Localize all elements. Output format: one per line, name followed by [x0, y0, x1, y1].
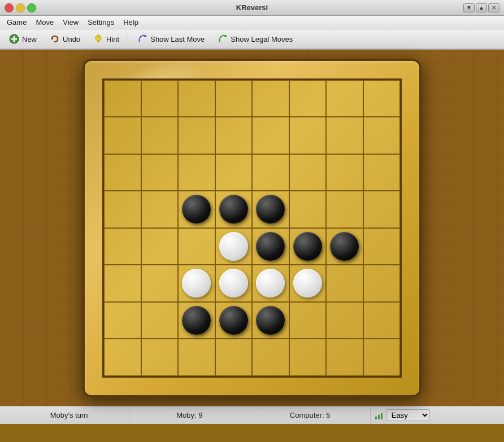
hint-label: Hint: [106, 35, 119, 43]
board-cell[interactable]: [289, 117, 327, 154]
board-cell[interactable]: [104, 80, 141, 117]
board-cell[interactable]: [141, 117, 179, 154]
board-cell[interactable]: [363, 117, 401, 154]
board-cell[interactable]: [252, 228, 289, 265]
board-cell[interactable]: [363, 228, 401, 265]
board-cell[interactable]: [326, 191, 363, 228]
menu-settings[interactable]: Settings: [83, 17, 119, 28]
board-cell[interactable]: [215, 302, 253, 339]
black-piece: [219, 306, 248, 335]
min-btn[interactable]: ▼: [463, 3, 475, 12]
menu-game[interactable]: Game: [2, 17, 31, 28]
board-cell[interactable]: [363, 302, 401, 339]
diff-bar-1: [375, 417, 377, 419]
svg-rect-5: [98, 40, 99, 42]
difficulty-dropdown[interactable]: Easy Medium Hard: [386, 409, 430, 421]
new-button[interactable]: New: [3, 31, 42, 47]
board-cell[interactable]: [215, 80, 253, 117]
titlebar-controls: ▼ ▲ ✕: [463, 3, 499, 12]
board-cell[interactable]: [252, 265, 289, 302]
board-cell[interactable]: [104, 302, 141, 339]
moby-score-label: Moby:: [176, 411, 196, 419]
board-cell[interactable]: [104, 117, 141, 154]
undo-button[interactable]: Undo: [44, 31, 85, 47]
board-cell[interactable]: [178, 302, 215, 339]
board-cell[interactable]: [178, 80, 215, 117]
difficulty-section[interactable]: Easy Medium Hard: [371, 406, 495, 424]
moby-score-value: 9: [198, 411, 202, 419]
board-cell[interactable]: [215, 117, 253, 154]
hint-button[interactable]: Hint: [88, 31, 124, 47]
board-cell[interactable]: [289, 154, 327, 191]
menu-move[interactable]: Move: [31, 17, 58, 28]
board[interactable]: [102, 78, 402, 378]
board-cell[interactable]: [215, 339, 253, 376]
board-cell[interactable]: [252, 154, 289, 191]
board-cell[interactable]: [326, 302, 363, 339]
board-cell[interactable]: [326, 265, 363, 302]
board-cell[interactable]: [141, 80, 179, 117]
close-btn[interactable]: ✕: [488, 3, 499, 12]
board-cell[interactable]: [104, 265, 141, 302]
board-cell[interactable]: [363, 191, 401, 228]
board-cell[interactable]: [215, 191, 253, 228]
board-cell[interactable]: [363, 265, 401, 302]
board-grid[interactable]: [104, 80, 400, 376]
board-cell[interactable]: [178, 228, 215, 265]
board-cell[interactable]: [363, 339, 401, 376]
board-cell[interactable]: [141, 265, 179, 302]
board-cell[interactable]: [252, 117, 289, 154]
board-cell[interactable]: [178, 154, 215, 191]
board-cell[interactable]: [141, 228, 179, 265]
show-legal-moves-button[interactable]: Show Legal Moves: [212, 31, 298, 47]
board-cell[interactable]: [252, 80, 289, 117]
board-cell[interactable]: [215, 265, 253, 302]
board-cell[interactable]: [141, 154, 179, 191]
minimize-icon[interactable]: [16, 3, 25, 12]
board-cell[interactable]: [104, 154, 141, 191]
close-icon[interactable]: [5, 3, 14, 12]
black-piece: [293, 232, 322, 261]
board-cell[interactable]: [215, 228, 253, 265]
board-cell[interactable]: [104, 191, 141, 228]
difficulty-icon: [375, 412, 384, 419]
board-cell[interactable]: [326, 228, 363, 265]
board-cell[interactable]: [326, 154, 363, 191]
show-last-move-button[interactable]: Show Last Move: [132, 31, 210, 47]
black-piece: [256, 306, 285, 335]
board-cell[interactable]: [363, 80, 401, 117]
board-cell[interactable]: [289, 339, 327, 376]
board-cell[interactable]: [141, 302, 179, 339]
board-cell[interactable]: [178, 339, 215, 376]
max-btn[interactable]: ▲: [476, 3, 487, 12]
board-cell[interactable]: [363, 154, 401, 191]
white-piece: [219, 269, 248, 297]
board-cell[interactable]: [178, 117, 215, 154]
board-cell[interactable]: [141, 339, 179, 376]
board-cell[interactable]: [326, 80, 363, 117]
black-piece: [182, 195, 211, 224]
board-cell[interactable]: [178, 265, 215, 302]
board-cell[interactable]: [178, 191, 215, 228]
board-cell[interactable]: [104, 228, 141, 265]
board-cell[interactable]: [252, 339, 289, 376]
board-cell[interactable]: [289, 265, 327, 302]
board-cell[interactable]: [252, 191, 289, 228]
board-cell[interactable]: [104, 339, 141, 376]
board-cell[interactable]: [215, 154, 253, 191]
maximize-icon[interactable]: [27, 3, 36, 12]
board-cell[interactable]: [326, 117, 363, 154]
board-cell[interactable]: [289, 228, 327, 265]
menu-help[interactable]: Help: [119, 17, 143, 28]
board-cell[interactable]: [289, 80, 327, 117]
diff-bar-2: [378, 415, 380, 419]
board-cell[interactable]: [289, 191, 327, 228]
board-cell[interactable]: [326, 339, 363, 376]
black-piece: [256, 232, 285, 261]
menu-view[interactable]: View: [58, 17, 83, 28]
board-cell[interactable]: [141, 191, 179, 228]
white-piece: [293, 269, 322, 297]
board-cell[interactable]: [252, 302, 289, 339]
board-cell[interactable]: [289, 302, 327, 339]
difficulty-select[interactable]: Easy Medium Hard: [375, 409, 430, 421]
